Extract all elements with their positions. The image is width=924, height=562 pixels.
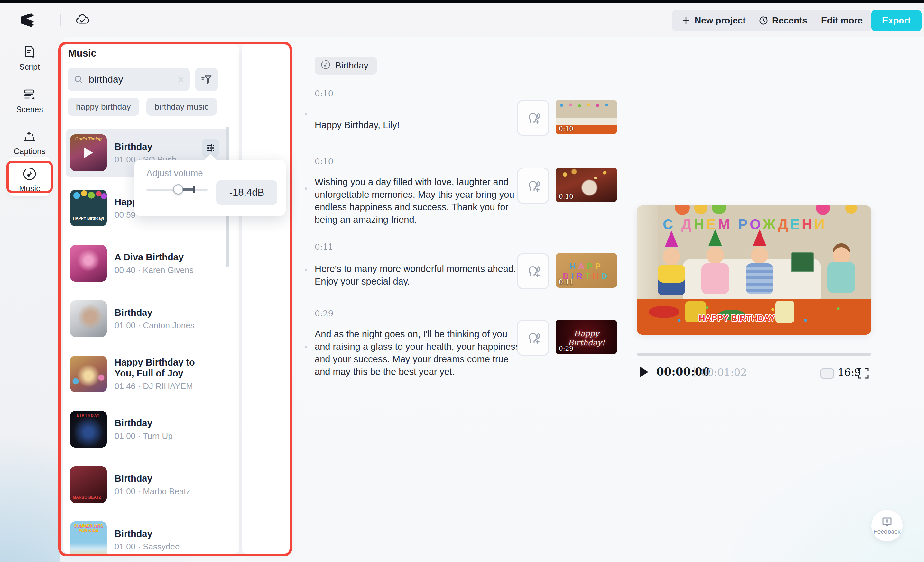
sidebar-item-scenes[interactable]: Scenes	[7, 87, 52, 114]
capcut-logo-icon[interactable]	[19, 12, 36, 28]
segment-time: 0:29	[315, 309, 623, 318]
add-voice-button[interactable]	[517, 167, 549, 204]
sidebar-item-captions[interactable]: Captions	[7, 129, 52, 156]
sidebar-label-music: Music	[7, 184, 52, 193]
fullscreen-button[interactable]	[857, 367, 869, 380]
export-label: Export	[882, 15, 911, 26]
track-title: Birthday	[114, 528, 180, 539]
track-meta: 01:00 · Turn Up	[114, 431, 173, 441]
thumbnail-duration-badge: 0:11	[559, 278, 573, 286]
segment-video-thumbnail[interactable]: HAPP BIRTHD 0:11	[556, 253, 617, 288]
filter-button[interactable]	[195, 67, 218, 91]
track-title: Birthday	[114, 473, 190, 484]
play-icon[interactable]	[84, 147, 93, 158]
segment-time: 0:11	[315, 242, 623, 252]
capcut-editor: New project Recents Edit more Export Scr…	[0, 0, 924, 562]
segment-drag-dot	[304, 346, 307, 348]
add-voice-button[interactable]	[517, 253, 549, 289]
music-panel: Music × happy birthday birthday music Go…	[63, 44, 239, 554]
chip-birthday-music[interactable]: birthday music	[146, 98, 217, 116]
balloon	[694, 205, 707, 214]
thumbnail-duration-badge: 0:10	[559, 125, 573, 133]
track-item[interactable]: A Diva Birthday 00:40 · Karen Givens	[66, 239, 229, 287]
clear-search-icon[interactable]: ×	[178, 74, 184, 85]
search-input[interactable]	[88, 74, 164, 85]
track-meta: 01:00 · Marbo Beatz	[114, 486, 190, 496]
volume-slider-thumb[interactable]	[173, 184, 183, 194]
captions-icon	[22, 129, 37, 144]
album-art	[70, 300, 107, 337]
volume-slider-tick	[193, 185, 195, 193]
feedback-button[interactable]: Feedback	[871, 510, 903, 541]
suggestion-chips: happy birthday birthday music	[68, 98, 217, 116]
balloon	[712, 205, 726, 214]
segment-video-thumbnail[interactable]: 0:10	[556, 167, 617, 202]
track-item[interactable]: Happy Birthday to You, Full of Joy 01:46…	[66, 350, 229, 398]
gift-box	[791, 253, 814, 272]
album-art: BIRTHDAY	[70, 411, 107, 448]
adjust-volume-popup: Adjust volume -18.4dB	[135, 160, 286, 216]
segment-text[interactable]: Happy Birthday, Lily!	[315, 119, 523, 132]
aspect-ratio-icon[interactable]	[820, 368, 834, 379]
edit-more-label: Edit more	[821, 15, 862, 26]
empty-side-drawer	[242, 44, 291, 554]
play-button[interactable]	[640, 366, 648, 377]
plus-icon	[681, 16, 691, 25]
album-art: God's Timing	[70, 135, 107, 171]
applied-music-label: Birthday	[335, 60, 368, 71]
script-icon	[22, 45, 37, 60]
search-icon	[74, 74, 84, 85]
edit-more-button[interactable]: Edit more	[812, 10, 872, 31]
segment-video-thumbnail[interactable]: Happy Birthday! 0:29	[556, 320, 617, 354]
sidebar-label-captions: Captions	[7, 146, 52, 156]
track-item[interactable]: Birthday 01:00 · Canton Jones	[66, 294, 229, 343]
track-item[interactable]: BIRTHDAY Birthday 01:00 · Turn Up	[66, 405, 229, 453]
balloon	[675, 205, 690, 215]
applied-music-chip[interactable]: Birthday	[315, 57, 377, 75]
feedback-label: Feedback	[873, 528, 900, 535]
track-item[interactable]: SUMMER HITS FOR KIDS Birthday 01:00 · Sa…	[66, 516, 229, 554]
sidebar-label-script: Script	[7, 62, 52, 72]
recents-button[interactable]: Recents	[750, 10, 816, 31]
voice-add-icon	[525, 178, 541, 194]
export-button[interactable]: Export	[871, 10, 922, 31]
album-art-caption: MARBO BEATZ	[70, 495, 107, 500]
album-art: HAPPY Birthday!	[70, 190, 107, 226]
voice-add-icon	[525, 110, 541, 126]
volume-value[interactable]: -18.4dB	[216, 180, 278, 205]
voice-add-icon	[525, 330, 541, 345]
clock-history-icon	[759, 16, 768, 25]
preview-caption: HAPPY BIRTHDAY	[699, 314, 775, 323]
segment-text[interactable]: Wishing you a day filled with love, laug…	[315, 176, 523, 226]
segment-time: 0:10	[315, 157, 623, 166]
add-voice-button[interactable]	[517, 320, 549, 356]
add-voice-button[interactable]	[517, 100, 549, 136]
track-meta: 01:00 · Canton Jones	[114, 321, 195, 330]
search-box[interactable]: ×	[68, 67, 190, 91]
segment-time: 0:10	[315, 89, 623, 99]
script-segment: 0:11 Here's to many more wonderful momen…	[304, 242, 623, 288]
chip-happy-birthday[interactable]: happy birthday	[68, 98, 139, 116]
juice-box	[776, 300, 794, 323]
segment-video-thumbnail[interactable]: 0:10	[556, 100, 617, 135]
new-project-button[interactable]: New project	[672, 10, 755, 31]
window-top-strip	[0, 0, 924, 3]
filter-icon	[200, 73, 213, 85]
new-project-label: New project	[694, 15, 746, 26]
sidebar-item-script[interactable]: Script	[7, 45, 52, 72]
balloon	[816, 205, 830, 215]
music-panel-title: Music	[68, 48, 96, 59]
cloud-sync-icon[interactable]	[75, 12, 90, 28]
video-preview[interactable]: С ДНЕМ РОЖДЕНИ HAPPY BIRTHDAY	[637, 205, 871, 335]
playback-progress-bar[interactable]	[637, 353, 871, 356]
segment-text[interactable]: Here's to many more wonderful moments ah…	[315, 263, 523, 288]
album-art	[70, 245, 107, 282]
segment-drag-dot	[304, 187, 307, 190]
recents-label: Recents	[772, 15, 807, 26]
track-item[interactable]: MARBO BEATZ Birthday 01:00 · Marbo Beatz	[66, 460, 229, 509]
sidebar-item-music[interactable]: Music	[7, 167, 52, 193]
album-art: SUMMER HITS FOR KIDS	[70, 522, 107, 554]
track-title: Birthday	[114, 307, 195, 318]
sidebar-label-scenes: Scenes	[7, 105, 52, 114]
segment-text[interactable]: And as the night goes on, I'll be thinki…	[315, 328, 523, 378]
